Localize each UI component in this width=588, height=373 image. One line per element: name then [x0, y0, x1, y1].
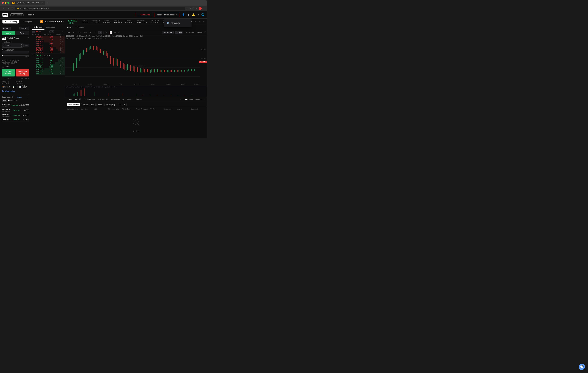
fullscreen-icon[interactable]: ⛶	[204, 31, 206, 33]
live-trading-button[interactable]: ← Live trading	[136, 13, 152, 17]
slider-track[interactable]	[2, 55, 29, 56]
pair-selector[interactable]: ₿ BTCUSDT1209 ▾ ℹ	[39, 20, 65, 23]
forward-button[interactable]: →	[7, 7, 10, 10]
last-price-select[interactable]: Last Price ▾	[162, 31, 174, 34]
more-options-icon[interactable]: ⋮	[203, 7, 205, 10]
vol-close-icon[interactable]: ✕	[116, 86, 117, 88]
tab-orderbook[interactable]: Order book	[32, 25, 44, 30]
depth-btn[interactable]: Depth	[196, 31, 203, 34]
extensions-icon[interactable]: ⬡	[192, 7, 194, 10]
stop-tab[interactable]: Stop ▾	[14, 37, 19, 39]
open-button[interactable]: Open	[2, 31, 15, 35]
my-assets-item[interactable]: 🏦 My assets	[164, 20, 191, 26]
market-tab[interactable]: Market	[7, 37, 13, 40]
ob-size-select[interactable]: 0.1 ▾	[49, 31, 54, 33]
profile-split-icon[interactable]: ⊡	[196, 7, 197, 10]
go-live-link[interactable]: Go to live trading	[2, 90, 15, 92]
table-row[interactable]: 17,015.0 1.23 5.99	[31, 68, 65, 70]
ob-view-sell-icon[interactable]	[35, 31, 38, 33]
filter-stop[interactable]: Stop	[96, 103, 104, 106]
ct-settings-icon[interactable]: ⚙	[118, 31, 121, 34]
original-btn[interactable]: Original	[175, 31, 182, 34]
ct-4h-btn[interactable]: 4h	[93, 31, 97, 34]
ob-settings-icon[interactable]: ⚙	[62, 31, 63, 33]
fees-tool[interactable]: 📋 Fees	[12, 85, 18, 89]
tab-overview[interactable]: Overview	[75, 25, 85, 30]
amount-input-wrap[interactable]	[2, 51, 29, 54]
reload-button[interactable]: ↻	[11, 7, 14, 10]
tab-open-orders[interactable]: Open orders 0	[67, 97, 82, 102]
vol-settings-icon[interactable]: ⚙	[114, 86, 115, 88]
table-row[interactable]: 17,018.2 0.69 2.69	[31, 47, 65, 49]
price-input[interactable]	[2, 44, 20, 47]
bell-icon[interactable]: 🔔	[192, 13, 195, 16]
globe-icon[interactable]: 🌐	[201, 13, 204, 16]
back-button[interactable]: ←	[2, 7, 5, 10]
ct-indicator-icon[interactable]: 📈	[109, 31, 113, 34]
tab-assets[interactable]: Assets	[126, 97, 134, 102]
ct-line-btn[interactable]: Line	[66, 31, 71, 34]
vol-eye-icon[interactable]: 👁	[111, 86, 113, 88]
filter-advanced-limit[interactable]: Advanced limit	[81, 103, 96, 106]
ct-15m-btn[interactable]: 15m	[82, 31, 87, 34]
minimize-window-button[interactable]	[5, 2, 7, 4]
table-row[interactable]: 17,017.0 0.88 3.68	[31, 64, 65, 66]
settings-icon[interactable]: ⚙	[203, 21, 204, 23]
bottom-menu-icon[interactable]: ⋮	[203, 99, 205, 100]
table-row[interactable]: 17,022.0 0.86 7.96	[31, 36, 65, 38]
close-window-button[interactable]	[2, 2, 4, 4]
ma-eye-icon[interactable]: 👁	[100, 38, 102, 39]
tab-bots[interactable]: Bots 7	[134, 97, 143, 102]
table-row[interactable]: 17,017.4 0.80 1.87	[31, 59, 65, 62]
tab-position-history[interactable]: Position history	[110, 97, 125, 102]
ma-settings-icon[interactable]: ⚙	[103, 38, 104, 39]
filter-trigger[interactable]: Trigger	[118, 103, 127, 106]
browser-tab-active[interactable]: O 17,019.2 BTCUSDT1209 | Buy... ✕	[10, 1, 45, 5]
ct-candle-icon[interactable]: 🕯	[105, 31, 108, 34]
browser-user-avatar[interactable]: J	[199, 7, 202, 10]
table-row[interactable]: 17,018.7 1.15 3.84	[31, 45, 65, 47]
ob-view-both-icon[interactable]	[32, 31, 35, 33]
long-button[interactable]: Long (Demo trading)	[2, 69, 15, 77]
short-button[interactable]: Short (Demo trading)	[16, 69, 29, 77]
slider-thumb[interactable]	[2, 55, 3, 56]
table-row[interactable]: 17,015.9 1.08 4.76	[31, 66, 65, 68]
ma-close-icon[interactable]: ✕	[105, 38, 106, 39]
filter-trailing-stop[interactable]: Trailing stop	[104, 103, 117, 106]
maximize-window-button[interactable]	[7, 2, 9, 4]
table-row[interactable]: 17,017.7 0.90 2.00	[31, 49, 65, 51]
layout-icon[interactable]: ⊞	[199, 21, 201, 23]
tab-lasttrades[interactable]: Last trades	[44, 25, 57, 30]
current-instrument-checkbox[interactable]	[185, 99, 187, 100]
price-up-button[interactable]: ▲	[20, 44, 23, 45]
table-row[interactable]: 17,019.2 0.81 4.65	[31, 43, 65, 45]
tradingview-btn[interactable]: TradingView	[184, 31, 195, 34]
ob-view-buy-icon[interactable]	[39, 31, 42, 33]
table-row[interactable]: 17,020.7 1.02 7.10	[31, 38, 65, 40]
tpsl-checkbox[interactable]	[2, 66, 4, 68]
limit-tab[interactable]: Limit	[2, 37, 6, 40]
download-icon[interactable]: ⬇	[188, 13, 189, 16]
movers-more-button[interactable]: More >	[17, 96, 22, 98]
bookmark-icon[interactable]: ☆	[189, 7, 191, 10]
movers-filter-all[interactable]: All ▾	[2, 99, 7, 102]
manual-trading-button[interactable]: Manual trading	[2, 20, 19, 23]
close-button[interactable]: Close	[15, 31, 29, 35]
tab-chart[interactable]: Chart	[67, 25, 73, 30]
ct-draw-icon[interactable]: ✏	[114, 31, 117, 34]
trade-menu[interactable]: Trade ▾	[26, 13, 35, 17]
table-row[interactable]: 17,013.6 1.26 7.25	[31, 70, 65, 72]
ct-1h-btn[interactable]: 1h	[88, 31, 92, 34]
tab-close-button[interactable]: ✕	[41, 2, 43, 4]
tab-order-history[interactable]: Order history	[83, 97, 96, 102]
table-row[interactable]: 17,017.6 1.10 1.10	[31, 51, 65, 53]
margin-select[interactable]: Cross ▾	[2, 27, 11, 30]
filter-limit-market[interactable]: Limit | Market	[67, 103, 80, 106]
help-icon[interactable]: ?	[198, 13, 199, 16]
ct-1m-btn[interactable]: 1m	[72, 31, 76, 34]
person-icon[interactable]: 👤	[182, 13, 185, 16]
trading-bot-button[interactable]: Trading bot	[21, 20, 33, 23]
ct-1w-btn[interactable]: 1W	[98, 31, 102, 34]
screenshot-icon[interactable]: ⬆	[186, 7, 188, 10]
tab-positions[interactable]: Positions 0	[97, 97, 109, 102]
